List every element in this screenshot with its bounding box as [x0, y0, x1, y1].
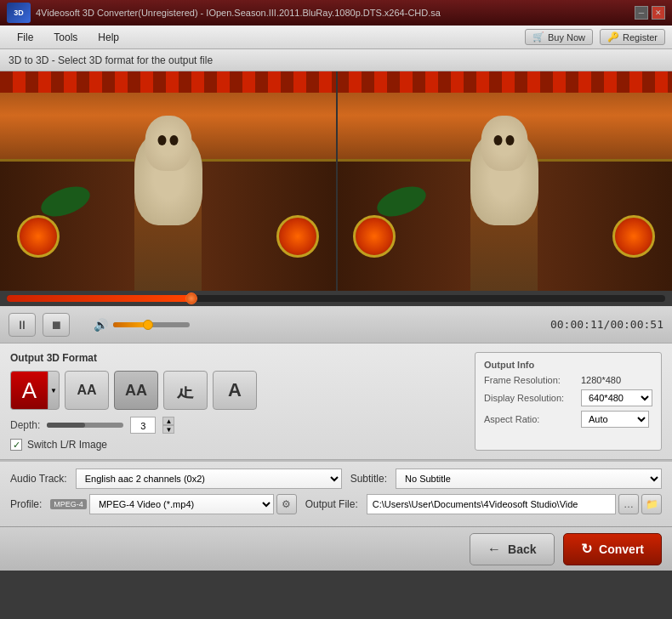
depth-up-button[interactable]: ▲ [162, 417, 174, 425]
display-res-label: Display Resolution: [484, 393, 578, 403]
output-file-input[interactable] [367, 494, 616, 514]
app-logo: 3D [7, 3, 31, 23]
pause-button[interactable]: ⏸ [9, 313, 36, 337]
aa-letter: AA [77, 383, 96, 398]
format-buttons: A ▼ AA AA 龰 A [10, 371, 458, 410]
subtitle-select[interactable]: No Subtitle [396, 469, 662, 489]
llama-head-right [481, 116, 527, 171]
llama-eye-right [170, 135, 179, 145]
profile-settings-button[interactable]: ⚙ [276, 494, 297, 514]
depth-label: Depth: [10, 419, 40, 431]
audio-subtitle-row: Audio Track: English aac 2 channels (0x2… [10, 469, 662, 489]
bold-aa-letter: AA [125, 382, 147, 400]
display-res-select[interactable]: 640*480 1280*720 1920*1080 [581, 389, 652, 406]
convert-button[interactable]: ↻ Convert [563, 533, 662, 565]
profile-label: Profile: [10, 498, 42, 510]
display-resolution-row: Display Resolution: 640*480 1280*720 192… [484, 389, 652, 406]
menu-file[interactable]: File [7, 28, 43, 47]
menu-help[interactable]: Help [88, 28, 129, 47]
bottom-area: Audio Track: English aac 2 channels (0x2… [0, 461, 672, 526]
pause-icon: ⏸ [16, 318, 28, 332]
video-area [0, 71, 672, 291]
profile-select[interactable]: MPEG-4 Video (*.mp4) [89, 494, 274, 514]
depth-fill [47, 423, 85, 428]
action-bar: ← Back ↻ Convert [0, 526, 672, 571]
menu-items: File Tools Help [7, 28, 525, 47]
volume-section: 🔊 [94, 318, 190, 332]
profile-codec-badge: MPEG-4 [50, 499, 87, 509]
llama-eye-left-right [493, 135, 502, 145]
aspect-ratio-select[interactable]: Auto 4:3 16:9 [581, 411, 649, 428]
volume-track[interactable] [113, 322, 190, 327]
depth-value[interactable]: 3 [130, 417, 156, 434]
format-left: Output 3D Format A ▼ AA AA 龰 [10, 352, 458, 451]
audio-track-label: Audio Track: [10, 473, 67, 485]
subtitle-bar-text: 3D to 3D - Select 3D format for the outp… [9, 54, 213, 66]
convert-icon: ↻ [581, 541, 592, 557]
volume-thumb[interactable] [143, 320, 153, 330]
format-red-a-button[interactable]: A [10, 371, 48, 410]
cart-icon: 🛒 [532, 31, 544, 43]
back-button[interactable]: ← Back [470, 533, 555, 565]
volume-icon: 🔊 [94, 318, 108, 332]
buy-now-label: Buy Now [548, 32, 585, 43]
format-label: Output 3D Format [10, 352, 458, 364]
minimize-button[interactable]: ─ [635, 6, 648, 20]
switch-lr-checkbox[interactable]: ✓ [10, 439, 22, 451]
output-file-label: Output File: [305, 498, 358, 510]
window-controls: ─ ✕ [635, 6, 665, 20]
switch-lr-section: ✓ Switch L/R Image [10, 439, 458, 451]
video-divider [336, 71, 338, 291]
output-info-title: Output Info [484, 360, 652, 370]
aspect-ratio-row: Aspect Ratio: Auto 4:3 16:9 [484, 411, 652, 428]
format-dropdown-arrow[interactable]: ▼ [48, 371, 60, 410]
window-title: 4Videosoft 3D Converter(Unregistered) - … [36, 8, 635, 18]
video-left-half [0, 71, 336, 291]
frame-resolution-row: Frame Resolution: 1280*480 [484, 375, 652, 385]
buy-now-button[interactable]: 🛒 Buy Now [525, 29, 593, 45]
register-button[interactable]: 🔑 Register [600, 29, 665, 45]
decor-circle-left-right [353, 215, 396, 258]
depth-spinner: ▲ ▼ [162, 417, 174, 434]
output-file-folder-button[interactable]: 📁 [641, 494, 662, 514]
subtitle-bar: 3D to 3D - Select 3D format for the outp… [0, 49, 672, 71]
menu-tools[interactable]: Tools [43, 28, 88, 47]
profile-output-row: Profile: MPEG-4 MPEG-4 Video (*.mp4) ⚙ O… [10, 494, 662, 514]
output-file-dots-button[interactable]: … [618, 494, 639, 514]
llama-body-right [470, 132, 538, 225]
switch-lr-label: Switch L/R Image [27, 439, 107, 451]
single-a-letter: A [228, 379, 242, 401]
menu-right-buttons: 🛒 Buy Now 🔑 Register [525, 29, 665, 45]
format-char-button[interactable]: 龰 [163, 371, 208, 410]
curtain-top-right [336, 71, 672, 93]
curtain-top-left [0, 71, 336, 93]
stop-button[interactable]: ⏹ [43, 313, 70, 337]
llama-body-left [134, 132, 202, 225]
depth-track[interactable] [47, 423, 123, 428]
llama-eye-right-right [506, 135, 515, 145]
key-icon: 🔑 [607, 31, 619, 43]
register-label: Register [623, 32, 658, 43]
format-bold-aa-button[interactable]: AA [114, 371, 158, 410]
close-button[interactable]: ✕ [652, 6, 665, 20]
back-label: Back [508, 542, 536, 556]
aspect-ratio-label: Aspect Ratio: [484, 414, 578, 424]
depth-section: Depth: 3 ▲ ▼ [10, 417, 458, 434]
time-display: 00:00:11/00:00:51 [550, 318, 663, 331]
format-aa-button[interactable]: AA [65, 371, 109, 410]
progress-track[interactable] [7, 295, 665, 302]
progress-thumb[interactable] [185, 292, 197, 304]
progress-area[interactable] [0, 291, 672, 306]
subtitle-label: Subtitle: [350, 473, 387, 485]
menu-bar: File Tools Help 🛒 Buy Now 🔑 Register [0, 26, 672, 49]
frame-res-label: Frame Resolution: [484, 375, 578, 385]
format-single-a-button[interactable]: A [213, 371, 257, 410]
decor-circle-left [17, 215, 60, 258]
back-icon: ← [487, 542, 501, 557]
title-bar: 3D 4Videosoft 3D Converter(Unregistered)… [0, 0, 672, 26]
format-area: Output 3D Format A ▼ AA AA 龰 [0, 344, 672, 460]
char-letter: 龰 [177, 379, 194, 402]
depth-down-button[interactable]: ▼ [162, 425, 174, 434]
audio-track-select[interactable]: English aac 2 channels (0x2) [76, 469, 342, 489]
convert-label: Convert [599, 542, 644, 556]
